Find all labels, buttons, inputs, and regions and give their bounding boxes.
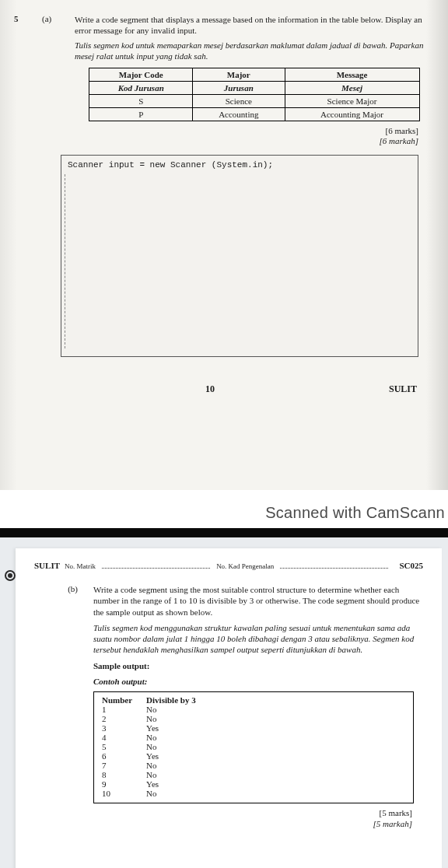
page-2-wrapper: SULIT No. Matrik No. Kad Pengenalan SC02… [0,537,448,868]
camscanner-watermark: Scanned with CamScann [0,490,448,528]
cell-major: Accounting [193,108,285,121]
output-row: 5No [102,742,210,751]
page-2: SULIT No. Matrik No. Kad Pengenalan SC02… [16,548,442,868]
table-header-row-en: Major Code Major Message [89,68,419,82]
sample-output-label-ms: Contoh output: [93,676,423,687]
cell-n: 4 [102,733,146,742]
cell-d: No [146,761,210,770]
code-line: Scanner input = new Scanner (System.in); [68,160,273,170]
table-header-row-ms: Kod Jurusan Jurusan Mesej [89,82,419,95]
cell-n: 10 [102,789,146,798]
question-subpart: (a) [42,14,61,150]
cell-n: 6 [102,751,146,761]
prompt-malay: Tulis segmen kod menggunakan struktur ka… [93,622,423,656]
major-code-table: Major Code Major Message Kod Jurusan Jur… [89,68,419,121]
page-number: 10 [31,383,389,395]
cell-d: No [146,742,210,751]
th-kod-jurusan: Kod Jurusan [89,82,193,95]
marks-malay: [5 markah] [93,819,412,829]
cell-message: Accounting Major [285,108,419,121]
marks-english: [6 marks] [75,126,418,136]
table-row: S Science Science Major [89,95,419,108]
cell-d: No [146,705,210,714]
prompt-malay: Tulis segmen kod untuk memaparkan mesej … [75,40,434,62]
output-row: 6Yes [102,751,210,761]
answer-code-box: Scanner input = new Scanner (System.in); [61,155,418,357]
cell-n: 9 [102,779,146,789]
label-no-matrik: No. Matrik [65,562,96,570]
page2-header: SULIT No. Matrik No. Kad Pengenalan SC02… [34,561,423,570]
cell-n: 2 [102,714,146,723]
col-divisible: Divisible by 3 [146,695,210,705]
col-number: Number [102,695,146,705]
output-header-row: Number Divisible by 3 [102,695,210,705]
question-number: 5 [14,14,28,150]
cell-message: Science Major [285,95,419,108]
label-no-kad: No. Kad Pengenalan [216,562,274,570]
th-major: Major [193,68,285,82]
matrik-blank-line [102,562,210,569]
output-row: 4No [102,733,210,742]
marks-malay: [6 markah] [75,136,418,146]
sample-output-table: Number Divisible by 3 1No 2No 3Yes 4No 5… [102,695,210,798]
vertical-guide-line [65,174,65,348]
table-row: P Accounting Accounting Major [89,108,419,121]
marks-english: [5 marks] [93,808,412,818]
output-row: 2No [102,714,210,723]
cell-code: S [89,95,193,108]
cell-n: 7 [102,761,146,770]
cell-n: 8 [102,770,146,779]
footer-sulit: SULIT [389,383,417,395]
question-subpart: (b) [34,584,81,829]
question-body: Write a code segment using the most suit… [93,584,423,829]
header-sulit: SULIT [34,561,60,570]
page-1: 5 (a) Write a code segment that displays… [0,0,448,490]
cell-n: 3 [102,723,146,733]
sample-output-box: Number Divisible by 3 1No 2No 3Yes 4No 5… [93,691,414,803]
cell-d: No [146,789,210,798]
cell-d: Yes [146,751,210,761]
marks-block: [6 marks] [6 markah] [75,126,418,146]
output-row: 10No [102,789,210,798]
course-code: SC025 [399,561,423,570]
kad-blank-line [280,562,388,569]
cell-n: 1 [102,705,146,714]
th-mesej: Mesej [285,82,419,95]
output-row: 8No [102,770,210,779]
prompt-english: Write a code segment using the most suit… [93,584,423,618]
output-row: 1No [102,705,210,714]
prompt-english: Write a code segment that displays a mes… [75,14,434,37]
cell-d: No [146,714,210,723]
cell-d: Yes [146,779,210,789]
output-row: 9Yes [102,779,210,789]
question-5a: 5 (a) Write a code segment that displays… [14,14,434,150]
spiral-binding-icon [5,570,16,581]
sample-output-label-en: Sample output: [93,660,423,671]
cell-major: Science [193,95,285,108]
cell-d: No [146,770,210,779]
th-major-code: Major Code [89,68,193,82]
cell-code: P [89,108,193,121]
output-row: 7No [102,761,210,770]
separator-bar [0,528,448,537]
question-body: Write a code segment that displays a mes… [75,14,434,150]
cell-d: No [146,733,210,742]
question-5b: (b) Write a code segment using the most … [34,584,423,829]
output-row: 3Yes [102,723,210,733]
th-message: Message [285,68,419,82]
page-footer: 10 SULIT [31,383,417,395]
cell-d: Yes [146,723,210,733]
cell-n: 5 [102,742,146,751]
th-jurusan: Jurusan [193,82,285,95]
marks-block: [5 marks] [5 markah] [93,808,412,828]
